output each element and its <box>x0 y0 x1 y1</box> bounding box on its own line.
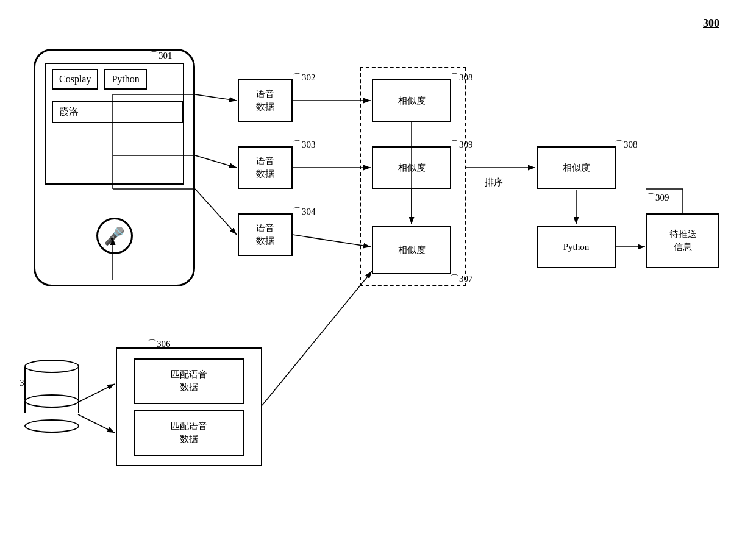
match-voice-2-text: 匹配语音数据 <box>171 420 207 446</box>
phone-tag-row1: Cosplay Python <box>46 64 183 94</box>
db-top <box>24 360 79 373</box>
match-voice-1-text: 匹配语音数据 <box>171 368 207 394</box>
svg-line-7 <box>262 271 372 405</box>
callout-307: ⌒307 <box>450 273 473 285</box>
svg-line-3 <box>195 189 237 235</box>
callout-309b: ⌒309 <box>646 192 669 204</box>
similarity-ranked-box: 相似度 <box>537 146 616 189</box>
db-body <box>21 360 82 433</box>
voice-data-box-2: 语音数据 <box>238 146 293 189</box>
voice-data-box-3: 语音数据 <box>238 213 293 256</box>
similarity-3-text: 相似度 <box>398 244 426 257</box>
callout-302: ⌒302 <box>293 72 316 84</box>
mic-button[interactable]: 🎤 <box>96 218 133 254</box>
svg-line-6 <box>293 235 371 247</box>
svg-line-2 <box>195 155 237 168</box>
voice-data-1-text: 语音数据 <box>256 88 274 113</box>
tag-cosplay: Cosplay <box>52 69 98 90</box>
db-mid2 <box>24 394 79 408</box>
similarity-1-text: 相似度 <box>398 94 426 107</box>
callout-309a: ⌒309 <box>450 139 473 151</box>
diagram: 300 Cosplay Python 霞洛 🎤 ⌒301 语音数据 ⌒302 语… <box>0 0 756 551</box>
tag-xialo: 霞洛 <box>52 101 183 123</box>
db-bottom <box>24 419 79 433</box>
svg-line-16 <box>78 414 115 433</box>
callout-304: ⌒304 <box>293 206 316 218</box>
callout-308a: ⌒308 <box>450 72 473 84</box>
phone-device: Cosplay Python 霞洛 🎤 <box>34 49 195 286</box>
match-voice-box-2: 匹配语音数据 <box>134 410 244 456</box>
sort-label: 排序 <box>485 177 503 188</box>
mic-icon: 🎤 <box>104 226 125 246</box>
pending-push-text: 待推送信息 <box>669 228 697 254</box>
callout-306: ⌒306 <box>148 338 171 350</box>
python-box: Python <box>537 226 616 268</box>
callout-301: ⌒301 <box>149 50 173 62</box>
voice-data-2-text: 语音数据 <box>256 155 274 180</box>
callout-303: ⌒303 <box>293 139 316 151</box>
phone-screen: Cosplay Python 霞洛 <box>45 63 184 185</box>
tag-python: Python <box>104 69 146 90</box>
similarity-box-2: 相似度 <box>372 146 451 189</box>
similarity-box-3: 相似度 <box>372 226 451 274</box>
svg-line-15 <box>78 384 115 402</box>
voice-data-3-text: 语音数据 <box>256 222 274 247</box>
figure-number: 300 <box>703 17 719 30</box>
database-icon <box>21 360 82 433</box>
similarity-box-1: 相似度 <box>372 79 451 122</box>
curve-301: ⌒ <box>149 51 159 60</box>
callout-308b: ⌒308 <box>615 139 638 151</box>
similarity-2-text: 相似度 <box>398 162 426 174</box>
svg-line-1 <box>195 94 237 101</box>
match-voice-container: 匹配语音数据 匹配语音数据 <box>116 347 262 466</box>
phone-tag-row2: 霞洛 <box>46 101 183 123</box>
python-text: Python <box>563 241 590 254</box>
similarity-ranked-text: 相似度 <box>563 162 590 174</box>
match-voice-box-1: 匹配语音数据 <box>134 358 244 404</box>
voice-data-box-1: 语音数据 <box>238 79 293 122</box>
pending-push-box: 待推送信息 <box>646 213 719 268</box>
